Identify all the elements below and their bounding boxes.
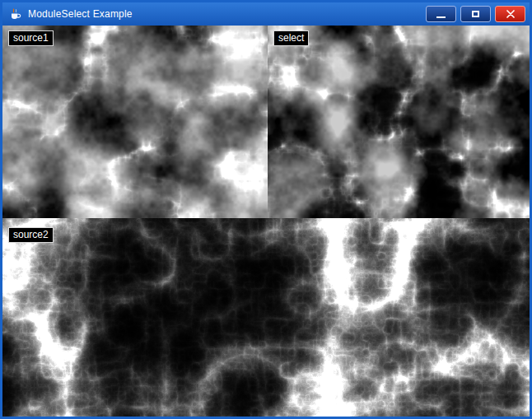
source2-noise-image xyxy=(2,218,530,417)
java-app-icon xyxy=(8,7,22,21)
app-window: ModuleSelect Example source1selectsource… xyxy=(0,0,532,419)
close-icon xyxy=(506,10,515,18)
noise-render-area: source1selectsource2 xyxy=(2,26,530,417)
window-controls xyxy=(426,6,525,22)
minimize-icon xyxy=(436,16,446,18)
maximize-icon xyxy=(472,11,479,17)
titlebar[interactable]: ModuleSelect Example xyxy=(2,2,530,26)
panel-label-source2: source2 xyxy=(8,227,54,243)
panel-label-select: select xyxy=(273,30,309,46)
source1-noise-image xyxy=(2,26,268,218)
window-title: ModuleSelect Example xyxy=(28,8,133,20)
close-button[interactable] xyxy=(495,6,525,22)
minimize-button[interactable] xyxy=(426,6,456,22)
panel-label-source1: source1 xyxy=(8,30,54,46)
maximize-button[interactable] xyxy=(460,6,491,22)
select-noise-image xyxy=(268,26,530,218)
